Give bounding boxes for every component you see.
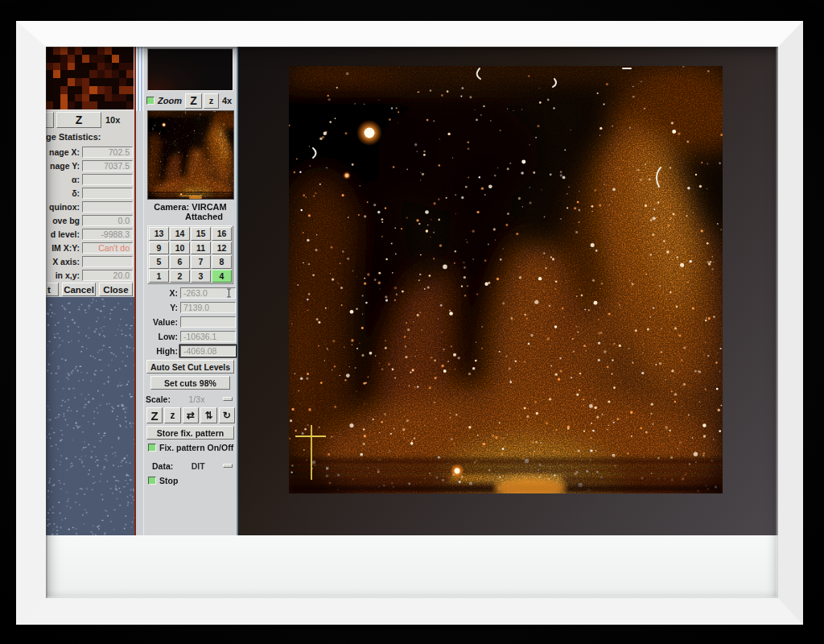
field-label: nage Y: [46,161,80,171]
scale-select[interactable]: Scale: 1/3x [146,392,236,406]
readout-row: Value: [146,315,236,329]
rotate-button[interactable]: ↻ [219,407,235,423]
readout-label: Value: [146,317,178,327]
field-label: IM X:Y: [46,243,80,253]
field-value[interactable]: 7037.5 [82,160,133,171]
field-value[interactable] [82,256,133,267]
close-button[interactable]: Close [99,283,133,296]
camera-value: VIRCAM [192,202,226,212]
field-value[interactable]: 20.0 [82,270,133,281]
field-value[interactable]: 0.0 [82,215,133,226]
zoom-in-button[interactable]: Z [185,93,202,109]
data-mode-value: DIT [173,461,223,471]
readout-label: High: [146,346,178,356]
image-thumbnail-panner[interactable] [147,110,234,200]
detector-button-9[interactable]: 9 [149,242,169,255]
data-mode-select[interactable]: Data: DIT [146,459,236,473]
image-display-canvas[interactable] [237,47,778,535]
readout-value[interactable]: 7139.0 [180,302,236,313]
vircam-detector-image[interactable] [289,66,723,493]
transform-buttons: Zz⇄⇅↻ [146,407,235,423]
field-value[interactable]: Can't do [82,242,133,254]
magnifier-zoom-button[interactable]: Z [56,112,101,128]
magnifier-pixel-view [46,47,134,109]
readout-row: High:-4069.08 [146,344,236,358]
readout-label: Low: [146,332,178,341]
stop-toggle[interactable]: Stop [148,476,178,485]
detector-button-15[interactable]: 15 [191,227,211,241]
detector-button-10[interactable]: 10 [170,242,190,255]
menu-indicator-icon [223,397,233,401]
field-label: ove bg [46,216,80,225]
camera-status: Attached [144,212,237,221]
data-mode-label: Data: [152,461,173,471]
statistics-fields: nage X:702.5nage Y:7037.5α:δ:quinox:ove … [46,145,133,282]
fix-pattern-checkbox[interactable] [148,444,156,452]
statistics-row: quinox: [46,200,133,213]
readout-value[interactable]: -4069.08 [180,345,236,357]
zoom-out-button[interactable]: z [164,407,180,423]
field-label: δ: [46,188,80,198]
readout-value[interactable]: -263.0 [180,287,236,299]
zoom-checkbox[interactable] [146,97,154,105]
photo-white-margin [46,535,778,598]
stop-checkbox[interactable] [148,477,156,485]
camera-info: Camera: VIRCAM Attached [144,202,237,221]
detector-grid: 13141516910111256781234 [147,225,233,284]
scale-label: Scale: [146,394,171,404]
detector-button-5[interactable]: 5 [149,255,169,269]
cancel-button[interactable]: Cancel [62,283,96,296]
zoom-in-button[interactable]: Z [146,407,163,423]
cropped-button[interactable] [46,112,54,128]
statistics-row: nage X:702.5 [46,145,133,159]
zoom-out-button[interactable]: z [204,93,219,109]
field-label: α: [46,175,80,184]
readout-row: X:-263.0 [146,286,236,300]
field-value[interactable]: 702.5 [82,147,133,158]
cropped-button[interactable]: t [46,283,59,296]
field-value[interactable] [82,188,133,199]
detector-button-12[interactable]: 12 [212,242,232,255]
flip-x-button[interactable]: ⇄ [183,407,199,423]
pixel-readout: X:-263.0Y:7139.0Value:Low:-10636.1High:-… [146,286,236,358]
detector-button-2[interactable]: 2 [170,270,190,283]
scale-value: 1/3x [171,394,223,404]
readout-value[interactable] [180,316,236,328]
desktop-background [46,297,134,535]
camera-label: Camera: [154,202,189,212]
readout-value[interactable]: -10636.1 [180,331,236,342]
set-cuts-button[interactable]: Set cuts 98% [150,376,230,390]
readout-row: Y:7139.0 [146,300,236,315]
detector-button-4[interactable]: 4 [212,270,232,283]
field-value[interactable]: -9988.3 [82,229,133,240]
zoom-checkbox-label: Zoom [158,96,182,105]
detector-button-11[interactable]: 11 [191,242,211,255]
field-label: X axis: [46,257,80,266]
flip-y-button[interactable]: ⇅ [200,407,216,423]
zoom-display [147,48,233,91]
statistics-row: X axis: [46,254,133,268]
detector-button-8[interactable]: 8 [212,255,232,269]
detector-button-13[interactable]: 13 [149,227,169,241]
window-gap [136,47,143,535]
detector-button-6[interactable]: 6 [170,255,190,269]
field-value[interactable] [82,174,133,185]
field-value[interactable] [82,201,133,213]
statistics-title: ge Statistics: [46,132,101,142]
detector-button-1[interactable]: 1 [149,270,169,283]
store-fix-pattern-button[interactable]: Store fix. pattern [146,426,234,440]
statistics-row: α: [46,172,133,186]
field-label: nage X: [46,147,80,157]
detector-button-7[interactable]: 7 [191,255,211,269]
fix-pattern-toggle[interactable]: Fix. pattern On/Off [148,443,233,452]
auto-set-cut-levels-button[interactable]: Auto Set Cut Levels [146,360,234,374]
screen-area: Z 10x ge Statistics: nage X:702.5nage Y:… [46,47,778,535]
crosshair-marker [289,420,337,485]
detector-button-14[interactable]: 14 [170,227,190,241]
window-border-stripes [136,47,143,111]
statistics-footer-buttons: tCancelClose [46,283,133,296]
detector-button-3[interactable]: 3 [191,270,211,283]
detector-button-16[interactable]: 16 [212,227,232,241]
statistics-row: in x,y:20.0 [46,268,133,282]
picture-frame: Z 10x ge Statistics: nage X:702.5nage Y:… [16,21,803,625]
